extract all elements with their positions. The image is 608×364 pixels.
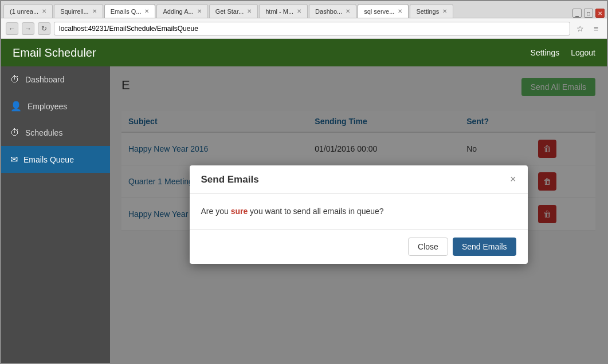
modal-footer: Close Send Emails — [190, 230, 528, 264]
app-header: Email Scheduler Settings Logout — [1, 39, 607, 66]
minimize-button[interactable]: _ — [572, 9, 582, 18]
person-icon: 👤 — [10, 101, 22, 112]
tab-close-emailsqueue[interactable]: ✕ — [144, 8, 149, 14]
tab-close-dashboard[interactable]: ✕ — [346, 8, 350, 14]
window-controls: _ □ ✕ — [572, 9, 605, 18]
modal-overlay: Send Emails × Are you sure you want to s… — [110, 66, 607, 363]
tab-label: Dashbo... — [315, 8, 342, 15]
tab-label: Get Star... — [215, 8, 244, 15]
sidebar-label-dashboard: Dashboard — [25, 75, 65, 84]
tab-getstarted[interactable]: Get Star... ✕ — [209, 4, 258, 18]
sidebar: ⏱ Dashboard 👤 Employees ⏱ Schedules ✉ Em… — [1, 66, 110, 363]
tab-close-settings[interactable]: ✕ — [442, 8, 447, 14]
tab-close-gmail[interactable]: ✕ — [42, 8, 46, 14]
modal-dialog: Send Emails × Are you sure you want to s… — [190, 165, 528, 264]
maximize-button[interactable]: □ — [584, 9, 593, 18]
tab-bar: (1 unrea... ✕ Squirrell... ✕ Emails Q...… — [1, 1, 607, 18]
settings-link[interactable]: Settings — [531, 48, 560, 57]
sidebar-label-emails-queue: Emails Queue — [23, 155, 74, 164]
tab-label: html - M... — [265, 8, 293, 15]
tab-label: Adding A... — [163, 8, 193, 15]
tab-label: sql serve... — [364, 8, 394, 15]
modal-close-button[interactable]: × — [510, 173, 516, 185]
tab-close-squirrel[interactable]: ✕ — [92, 8, 97, 14]
tab-label: Squirrell... — [60, 8, 89, 15]
modal-message-plain: Are you — [201, 207, 231, 216]
modal-message-rest: you want to send all emails in queue? — [248, 207, 383, 216]
tab-dashboard[interactable]: Dashbo... ✕ — [309, 4, 356, 18]
header-links: Settings Logout — [531, 48, 595, 57]
modal-message-highlight: sure — [231, 207, 248, 216]
tab-close-html[interactable]: ✕ — [297, 8, 301, 14]
close-button[interactable]: ✕ — [595, 9, 605, 18]
browser-frame: (1 unrea... ✕ Squirrell... ✕ Emails Q...… — [0, 0, 608, 364]
main-content: E Send All Emails Subject Sending Time S… — [110, 66, 607, 363]
logout-link[interactable]: Logout — [571, 48, 595, 57]
modal-send-emails-button[interactable]: Send Emails — [453, 238, 516, 256]
modal-header: Send Emails × — [190, 165, 528, 194]
tab-label: (1 unrea... — [10, 8, 38, 15]
address-bar: ← → ↻ ☆ ≡ — [1, 18, 607, 39]
tab-emailsqueue[interactable]: Emails Q... ✕ — [104, 4, 156, 18]
tab-label: Settings — [416, 8, 439, 15]
forward-button[interactable]: → — [22, 22, 34, 35]
tab-label: Emails Q... — [111, 8, 142, 15]
sidebar-item-emails-queue[interactable]: ✉ Emails Queue — [1, 146, 110, 173]
modal-body: Are you sure you want to send all emails… — [190, 194, 528, 230]
app-body: ⏱ Dashboard 👤 Employees ⏱ Schedules ✉ Em… — [1, 66, 607, 363]
clock-icon: ⏱ — [10, 74, 19, 85]
tab-close-getstarted[interactable]: ✕ — [247, 8, 252, 14]
app-container: Email Scheduler Settings Logout ⏱ Dashbo… — [1, 39, 607, 363]
modal-close-action-button[interactable]: Close — [408, 238, 448, 256]
modal-title: Send Emails — [201, 174, 259, 185]
app-title: Email Scheduler — [13, 46, 96, 60]
sidebar-item-dashboard[interactable]: ⏱ Dashboard — [1, 66, 110, 93]
tab-sqlserver[interactable]: sql serve... ✕ — [358, 4, 409, 18]
sidebar-item-employees[interactable]: 👤 Employees — [1, 93, 110, 120]
schedule-icon: ⏱ — [10, 128, 19, 138]
bookmark-icon[interactable]: ☆ — [574, 22, 586, 35]
tab-gmail[interactable]: (1 unrea... ✕ — [3, 4, 53, 18]
menu-icon[interactable]: ≡ — [590, 22, 602, 35]
tab-squirrel[interactable]: Squirrell... ✕ — [54, 4, 103, 18]
tab-close-sqlserver[interactable]: ✕ — [398, 8, 402, 14]
tab-adding[interactable]: Adding A... ✕ — [156, 4, 207, 18]
refresh-button[interactable]: ↻ — [38, 22, 50, 35]
back-button[interactable]: ← — [6, 22, 18, 35]
tab-html[interactable]: html - M... ✕ — [259, 4, 308, 18]
sidebar-label-employees: Employees — [28, 102, 67, 111]
email-icon: ✉ — [10, 154, 18, 165]
sidebar-label-schedules: Schedules — [25, 128, 62, 137]
tab-close-adding[interactable]: ✕ — [197, 8, 202, 14]
url-input[interactable] — [54, 22, 570, 35]
tab-settings[interactable]: Settings ✕ — [410, 4, 453, 18]
sidebar-item-schedules[interactable]: ⏱ Schedules — [1, 120, 110, 146]
